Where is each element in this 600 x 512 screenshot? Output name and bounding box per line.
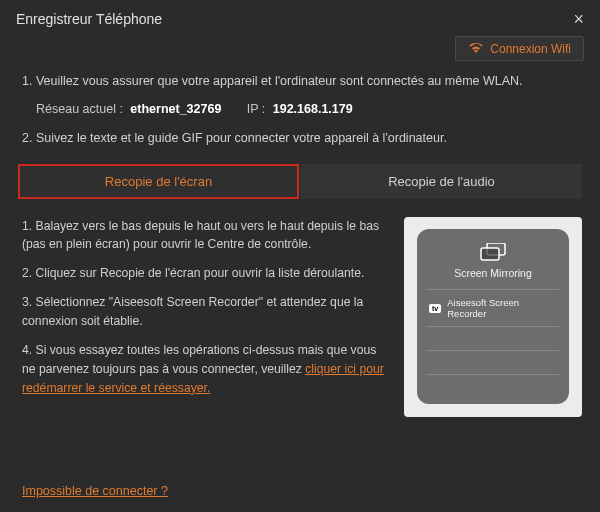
gif-preview: Screen Mirroring tv Aiseesoft Screen Rec…	[404, 217, 582, 417]
svg-rect-1	[481, 248, 499, 260]
network-value: ethernet_32769	[130, 102, 221, 116]
screen-mirroring-icon	[427, 243, 559, 261]
device-row: tv Aiseesoft Screen Recorder	[427, 289, 559, 326]
ip-label: IP :	[247, 102, 266, 116]
intro-line-1: 1. Veuillez vous assurer que votre appar…	[0, 67, 600, 96]
steps: 1. Balayez vers le bas depuis le haut ou…	[22, 217, 390, 417]
step-3: 3. Sélectionnez "Aiseesoft Screen Record…	[22, 293, 390, 331]
device-row-empty	[427, 326, 559, 350]
tab-label: Recopie de l'audio	[388, 174, 495, 189]
device-row-empty	[427, 350, 559, 374]
tab-label: Recopie de l'écran	[105, 174, 212, 189]
control-center-panel: Screen Mirroring tv Aiseesoft Screen Rec…	[417, 229, 569, 404]
device-name: Aiseesoft Screen Recorder	[447, 297, 557, 319]
window-title: Enregistreur Téléphone	[16, 11, 162, 27]
ip-value: 192.168.1.179	[273, 102, 353, 116]
step-2: 2. Cliquez sur Recopie de l'écran pour o…	[22, 264, 390, 283]
wifi-icon	[468, 41, 484, 56]
step-4: 4. Si vous essayez toutes les opérations…	[22, 341, 390, 398]
intro-line-2: 2. Suivez le texte et le guide GIF pour …	[0, 124, 600, 153]
tab-audio-mirror[interactable]: Recopie de l'audio	[301, 164, 582, 199]
tab-screen-mirror[interactable]: Recopie de l'écran	[18, 164, 299, 199]
wifi-row: Connexion Wifi	[0, 36, 600, 67]
appletv-icon: tv	[429, 304, 441, 313]
close-icon[interactable]: ×	[573, 10, 584, 28]
wifi-connect-button[interactable]: Connexion Wifi	[455, 36, 584, 61]
content: 1. Balayez vers le bas depuis le haut ou…	[0, 199, 600, 425]
device-row-empty	[427, 374, 559, 398]
footer: Impossible de connecter ?	[22, 484, 168, 498]
wifi-button-label: Connexion Wifi	[490, 42, 571, 56]
panel-title: Screen Mirroring	[427, 267, 559, 279]
tabs: Recopie de l'écran Recopie de l'audio	[18, 164, 582, 199]
titlebar: Enregistreur Téléphone ×	[0, 0, 600, 36]
step-1: 1. Balayez vers le bas depuis le haut ou…	[22, 217, 390, 255]
network-info: Réseau actuel : ethernet_32769 IP : 192.…	[0, 96, 600, 124]
network-label: Réseau actuel :	[36, 102, 123, 116]
cannot-connect-link[interactable]: Impossible de connecter ?	[22, 484, 168, 498]
